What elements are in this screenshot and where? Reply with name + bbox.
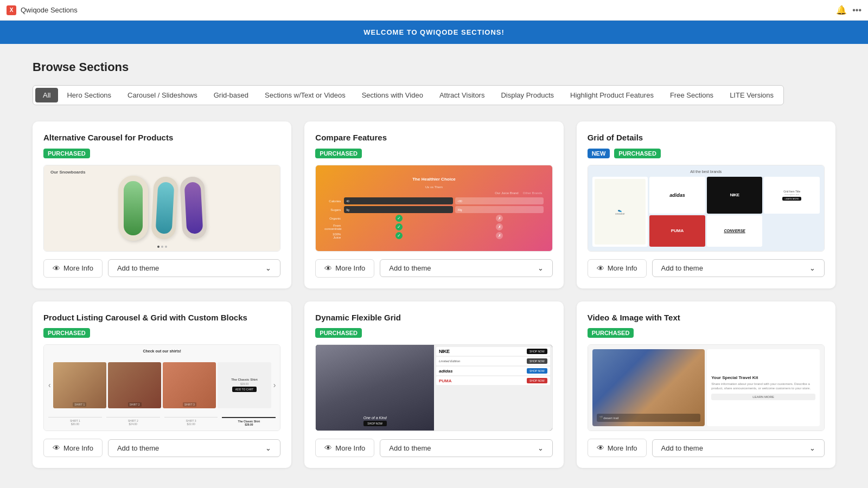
card-preview-video: 🎬 desert trail Your Special Travel Kit S… bbox=[588, 344, 825, 431]
badge-purchased: PURCHASED bbox=[43, 149, 90, 158]
tab-display-products[interactable]: Display Products bbox=[493, 88, 561, 102]
more-info-button[interactable]: 👁 More Info bbox=[43, 259, 103, 278]
snowboard-container bbox=[118, 171, 206, 246]
card-preview-dynamic: One of a Kind SHOP NOW NIKE SHOP NOW Lim… bbox=[315, 344, 552, 431]
badge-new: NEW bbox=[588, 149, 610, 158]
card-compare-features: Compare Features PURCHASED The Healthier… bbox=[304, 121, 563, 288]
tab-sections-video[interactable]: Sections with Video bbox=[354, 88, 431, 102]
badge-purchased: PURCHASED bbox=[315, 328, 362, 338]
chevron-down-icon: ⌄ bbox=[265, 264, 271, 272]
more-options-icon[interactable]: ••• bbox=[852, 5, 861, 15]
card-grid-details: Grid of Details NEW PURCHASED All the be… bbox=[577, 121, 835, 288]
more-info-button[interactable]: 👁 More Info bbox=[43, 439, 103, 457]
card-actions: 👁 More Info Add to theme ⌄ bbox=[43, 439, 280, 457]
carousel-dots bbox=[157, 246, 167, 248]
tab-carousel-slideshows[interactable]: Carousel / Slideshows bbox=[120, 88, 205, 102]
more-info-button[interactable]: 👁 More Info bbox=[588, 259, 647, 278]
card-preview-product-listing: Check out our shirts! ‹ SHIRT 1 SHIRT 2 … bbox=[43, 344, 280, 431]
card-alternative-carousel: Alternative Carousel for Products PURCHA… bbox=[33, 121, 291, 288]
add-to-theme-button[interactable]: Add to theme ⌄ bbox=[380, 439, 552, 457]
tab-lite-versions[interactable]: LITE Versions bbox=[722, 88, 781, 102]
tab-sections-text-videos[interactable]: Sections w/Text or Videos bbox=[257, 88, 353, 102]
eye-icon: 👁 bbox=[324, 264, 332, 273]
eye-icon: 👁 bbox=[597, 444, 604, 452]
cards-grid: Alternative Carousel for Products PURCHA… bbox=[33, 121, 835, 468]
app-logo: X bbox=[7, 5, 16, 15]
app-title: Qwiqode Sections bbox=[21, 6, 78, 14]
tab-free-sections[interactable]: Free Sections bbox=[662, 88, 721, 102]
card-title: Compare Features bbox=[315, 132, 552, 143]
page-title: Browse Sections bbox=[33, 60, 835, 74]
video-left-image: 🎬 desert trail bbox=[592, 349, 705, 426]
chevron-down-icon: ⌄ bbox=[809, 264, 815, 272]
add-to-theme-button[interactable]: Add to theme ⌄ bbox=[652, 439, 825, 457]
badge-purchased: PURCHASED bbox=[614, 149, 661, 158]
card-preview-grid: All the best brands 👟sneaker adidas NIKE bbox=[588, 165, 825, 252]
add-to-theme-button[interactable]: Add to theme ⌄ bbox=[380, 259, 552, 277]
add-to-theme-button[interactable]: Add to theme ⌄ bbox=[108, 439, 280, 457]
titlebar-right: 🔔 ••• bbox=[836, 5, 861, 15]
welcome-banner: WELCOME TO QWIQODE SECTIONS! bbox=[0, 21, 868, 44]
card-actions: 👁 More Info Add to theme ⌄ bbox=[315, 439, 552, 457]
add-to-theme-button[interactable]: Add to theme ⌄ bbox=[652, 259, 825, 277]
tab-all[interactable]: All bbox=[35, 88, 58, 102]
card-actions: 👁 More Info Add to theme ⌄ bbox=[43, 259, 280, 278]
more-info-button[interactable]: 👁 More Info bbox=[315, 259, 374, 278]
learn-more-button[interactable]: LEARN MORE bbox=[711, 394, 815, 400]
card-dynamic-grid: Dynamic Flexible Grid PURCHASED One of a… bbox=[304, 301, 563, 468]
card-title: Grid of Details bbox=[588, 132, 825, 143]
filter-tabs: All Hero Sections Carousel / Slideshows … bbox=[33, 85, 784, 105]
badge-purchased: PURCHASED bbox=[43, 328, 90, 338]
badge-purchased: PURCHASED bbox=[588, 328, 634, 338]
tab-attract-visitors[interactable]: Attract Visitors bbox=[432, 88, 493, 102]
card-video-image: Video & Image with Text PURCHASED 🎬 dese… bbox=[577, 301, 835, 468]
card-preview-snowboard: Our Snowboards bbox=[43, 165, 280, 252]
more-info-button[interactable]: 👁 More Info bbox=[588, 439, 647, 457]
tab-highlight-features[interactable]: Highlight Product Features bbox=[563, 88, 661, 102]
titlebar-left: X Qwiqode Sections bbox=[7, 5, 78, 15]
card-title: Alternative Carousel for Products bbox=[43, 132, 280, 143]
chevron-down-icon: ⌄ bbox=[538, 444, 544, 452]
video-description: Share information about your brand with … bbox=[711, 382, 815, 391]
next-arrow-icon[interactable]: › bbox=[273, 381, 276, 389]
tab-grid-based[interactable]: Grid-based bbox=[206, 88, 256, 102]
compare-preview-title: The Healthier Choice bbox=[412, 177, 456, 182]
prev-arrow-icon[interactable]: ‹ bbox=[48, 381, 51, 389]
preview-label: Our Snowboards bbox=[50, 170, 85, 175]
grid-preview-title: All the best brands bbox=[592, 170, 820, 174]
eye-icon: 👁 bbox=[53, 444, 60, 452]
tab-hero-sections[interactable]: Hero Sections bbox=[59, 88, 119, 102]
card-title: Dynamic Flexible Grid bbox=[315, 312, 552, 323]
titlebar: X Qwiqode Sections 🔔 ••• bbox=[0, 0, 868, 21]
eye-icon: 👁 bbox=[53, 264, 60, 273]
chevron-down-icon: ⌄ bbox=[809, 444, 815, 452]
eye-icon: 👁 bbox=[597, 264, 604, 273]
eye-icon: 👁 bbox=[324, 444, 332, 452]
video-title: Your Special Travel Kit bbox=[711, 375, 815, 380]
card-title: Product Listing Carousel & Grid with Cus… bbox=[43, 312, 280, 323]
card-product-listing: Product Listing Carousel & Grid with Cus… bbox=[33, 301, 291, 468]
main-content: Browse Sections All Hero Sections Carous… bbox=[0, 44, 868, 486]
chevron-down-icon: ⌄ bbox=[265, 444, 271, 452]
card-actions: 👁 More Info Add to theme ⌄ bbox=[315, 259, 552, 278]
card-actions: 👁 More Info Add to theme ⌄ bbox=[588, 259, 825, 278]
more-info-button[interactable]: 👁 More Info bbox=[315, 439, 374, 457]
brand-grid: 👟sneaker adidas NIKE Grid Item Title des… bbox=[592, 177, 820, 247]
compare-preview-subtitle: Us vs Them bbox=[425, 185, 443, 189]
bell-icon[interactable]: 🔔 bbox=[836, 5, 847, 15]
card-title: Video & Image with Text bbox=[588, 312, 825, 323]
product-listing-title: Check out our shirts! bbox=[48, 349, 276, 353]
add-to-theme-button[interactable]: Add to theme ⌄ bbox=[108, 259, 280, 277]
badge-purchased: PURCHASED bbox=[315, 149, 362, 158]
card-preview-compare: The Healthier Choice Us vs Them Our Juic… bbox=[315, 165, 552, 252]
card-actions: 👁 More Info Add to theme ⌄ bbox=[588, 439, 825, 457]
video-right-content: Your Special Travel Kit Share informatio… bbox=[707, 349, 820, 426]
chevron-down-icon: ⌄ bbox=[538, 264, 544, 272]
